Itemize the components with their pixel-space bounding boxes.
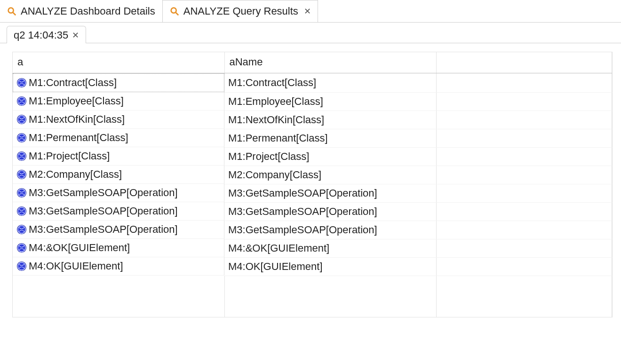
- cell-a[interactable]: M1:Project[Class]: [13, 147, 224, 166]
- table-row[interactable]: M2:Company[Class]M2:Company[Class]: [13, 166, 612, 184]
- svg-line-3: [175, 13, 178, 16]
- cell-a-text: M1:NextOfKin[Class]: [29, 113, 125, 126]
- node-icon: [16, 169, 27, 180]
- cell-aName[interactable]: M1:NextOfKin[Class]: [224, 111, 436, 129]
- cell-a-text: M1:Permenant[Class]: [29, 132, 128, 144]
- tab-analyze-dashboard-details[interactable]: ANALYZE Dashboard Details: [0, 0, 162, 22]
- cell-a-text: M1:Project[Class]: [29, 150, 110, 162]
- table-row[interactable]: M1:Contract[Class]M1:Contract[Class]: [13, 73, 612, 93]
- node-icon: [16, 206, 27, 216]
- column-header-a[interactable]: a: [13, 52, 224, 73]
- cell-aName[interactable]: M1:Permenant[Class]: [224, 129, 436, 147]
- cell-a[interactable]: M3:GetSampleSOAP[Operation]: [13, 184, 224, 202]
- cell-empty: [436, 129, 612, 147]
- cell-a[interactable]: M1:Permenant[Class]: [13, 129, 224, 147]
- cell-a-text: M3:GetSampleSOAP[Operation]: [29, 187, 178, 199]
- node-icon: [16, 243, 27, 253]
- node-icon: [16, 224, 27, 235]
- node-icon: [16, 96, 27, 106]
- close-icon[interactable]: ✕: [72, 30, 79, 40]
- cell-a-text: M3:GetSampleSOAP[Operation]: [29, 223, 178, 236]
- node-icon: [16, 78, 27, 88]
- table-row[interactable]: M3:GetSampleSOAP[Operation]M3:GetSampleS…: [13, 184, 612, 202]
- cell-empty: [436, 73, 612, 93]
- result-tab-label: q2 14:04:35: [14, 29, 68, 41]
- cell-a-text: M4:OK[GUIElement]: [29, 260, 123, 272]
- cell-a[interactable]: M4:OK[GUIElement]: [13, 257, 224, 276]
- cell-empty: [436, 239, 612, 257]
- column-header-aName[interactable]: aName: [224, 52, 436, 73]
- table-row[interactable]: M3:GetSampleSOAP[Operation]M3:GetSampleS…: [13, 202, 612, 221]
- tab-label: ANALYZE Dashboard Details: [21, 5, 155, 17]
- table-row[interactable]: M4:OK[GUIElement]M4:OK[GUIElement]: [13, 257, 612, 276]
- table-row[interactable]: M1:Permenant[Class]M1:Permenant[Class]: [13, 129, 612, 147]
- cell-aName[interactable]: M4:&OK[GUIElement]: [224, 239, 436, 257]
- result-tab-q2[interactable]: q2 14:04:35 ✕: [7, 26, 86, 43]
- cell-a-text: M2:Company[Class]: [29, 168, 122, 181]
- table-row[interactable]: M1:Employee[Class]M1:Employee[Class]: [13, 92, 612, 111]
- table-row[interactable]: M3:GetSampleSOAP[Operation]M3:GetSampleS…: [13, 221, 612, 239]
- results-table-container: a aName M1:Contract[Class]M1:Contract[Cl…: [12, 52, 613, 317]
- search-icon: [7, 6, 17, 16]
- node-icon: [16, 151, 27, 161]
- cell-a-text: M1:Contract[Class]: [29, 77, 117, 89]
- cell-aName[interactable]: M3:GetSampleSOAP[Operation]: [224, 184, 436, 202]
- column-header-empty: [436, 52, 612, 73]
- svg-point-0: [8, 8, 14, 13]
- cell-a[interactable]: M4:&OK[GUIElement]: [13, 239, 224, 257]
- svg-line-1: [13, 13, 16, 16]
- cell-empty: [436, 147, 612, 166]
- cell-aName[interactable]: M1:Project[Class]: [224, 147, 436, 166]
- table-row[interactable]: M1:NextOfKin[Class]M1:NextOfKin[Class]: [13, 111, 612, 129]
- table-row[interactable]: M4:&OK[GUIElement]M4:&OK[GUIElement]: [13, 239, 612, 257]
- cell-empty: [436, 184, 612, 202]
- cell-a[interactable]: M2:Company[Class]: [13, 166, 224, 184]
- cell-empty: [436, 111, 612, 129]
- cell-a[interactable]: M1:NextOfKin[Class]: [13, 111, 224, 129]
- cell-empty: [436, 202, 612, 221]
- cell-a-text: M3:GetSampleSOAP[Operation]: [29, 205, 178, 217]
- table-row[interactable]: M1:Project[Class]M1:Project[Class]: [13, 147, 612, 166]
- cell-aName[interactable]: M1:Contract[Class]: [224, 73, 436, 93]
- svg-point-2: [171, 8, 176, 13]
- results-table: a aName M1:Contract[Class]M1:Contract[Cl…: [13, 52, 612, 317]
- cell-aName[interactable]: M3:GetSampleSOAP[Operation]: [224, 202, 436, 221]
- cell-empty: [436, 92, 612, 111]
- cell-aName[interactable]: M4:OK[GUIElement]: [224, 257, 436, 276]
- node-icon: [16, 188, 27, 198]
- cell-aName[interactable]: M3:GetSampleSOAP[Operation]: [224, 221, 436, 239]
- close-icon[interactable]: ✕: [302, 6, 311, 16]
- cell-a[interactable]: M1:Contract[Class]: [13, 73, 224, 92]
- node-icon: [16, 114, 27, 125]
- cell-empty: [436, 166, 612, 184]
- cell-empty: [436, 257, 612, 276]
- cell-a[interactable]: M1:Employee[Class]: [13, 92, 224, 111]
- result-tab-bar: q2 14:04:35 ✕: [0, 23, 621, 43]
- tab-analyze-query-results[interactable]: ANALYZE Query Results ✕: [162, 0, 318, 22]
- search-icon: [169, 6, 180, 16]
- tab-label: ANALYZE Query Results: [183, 5, 298, 17]
- table-row-empty: [13, 276, 612, 296]
- cell-a-text: M4:&OK[GUIElement]: [29, 242, 130, 254]
- cell-aName[interactable]: M1:Employee[Class]: [224, 92, 436, 111]
- cell-a-text: M1:Employee[Class]: [29, 95, 124, 107]
- cell-empty: [436, 221, 612, 239]
- cell-aName[interactable]: M2:Company[Class]: [224, 166, 436, 184]
- editor-tab-bar: ANALYZE Dashboard Details ANALYZE Query …: [0, 0, 621, 23]
- table-row-empty: [13, 296, 612, 317]
- cell-a[interactable]: M3:GetSampleSOAP[Operation]: [13, 221, 224, 239]
- table-header-row: a aName: [13, 52, 612, 73]
- cell-a[interactable]: M3:GetSampleSOAP[Operation]: [13, 202, 224, 221]
- node-icon: [16, 261, 27, 271]
- node-icon: [16, 133, 27, 143]
